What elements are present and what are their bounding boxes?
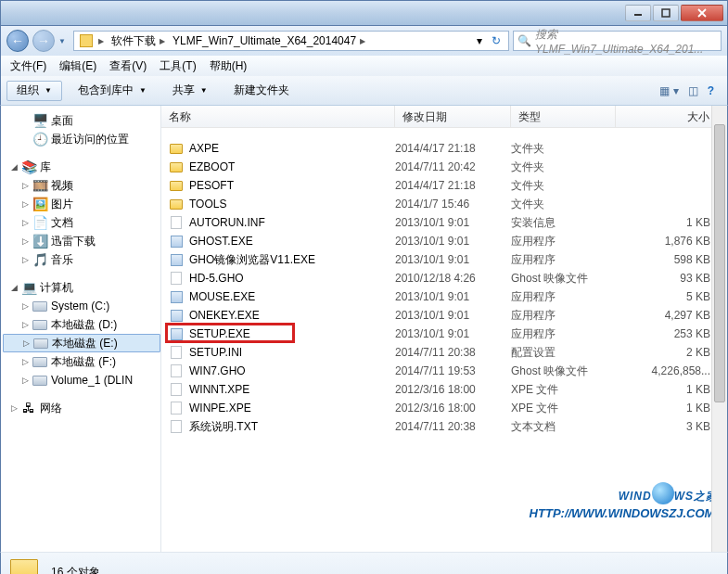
tree-drive-c[interactable]: ▷System (C:) <box>3 297 160 315</box>
file-row[interactable]: GHO镜像浏览器V11.EXE2013/10/1 9:01应用程序598 KB <box>161 250 727 269</box>
file-row[interactable]: PESOFT2014/4/17 21:18文件夹 <box>161 176 727 195</box>
file-type: 文件夹 <box>511 141 616 157</box>
tree-music[interactable]: ▷🎵音乐 <box>3 250 160 269</box>
file-type: XPE 文件 <box>511 382 616 398</box>
menu-edit[interactable]: 编辑(E) <box>54 57 102 76</box>
file-list[interactable]: 名称 修改日期 类型 大小 AXPE2014/4/17 21:18文件夹EZBO… <box>161 106 727 552</box>
recent-icon: 🕘 <box>32 132 47 147</box>
tree-recent[interactable]: 🕘最近访问的位置 <box>3 130 160 148</box>
organize-button[interactable]: 组织▼ <box>6 81 62 101</box>
file-row[interactable]: MOUSE.EXE2013/10/1 9:01应用程序5 KB <box>161 287 727 306</box>
file-row[interactable]: TOOLS2014/1/7 15:46文件夹 <box>161 195 727 213</box>
file-row[interactable]: AUTORUN.INF2013/10/1 9:01安装信息1 KB <box>161 213 727 232</box>
include-in-library-button[interactable]: 包含到库中▼ <box>68 81 157 101</box>
exe-icon <box>169 234 184 249</box>
menu-bar: 文件(F) 编辑(E) 查看(V) 工具(T) 帮助(H) <box>0 56 728 76</box>
file-name: 系统说明.TXT <box>189 419 258 435</box>
file-date: 2014/7/11 20:38 <box>395 346 511 359</box>
file-name: MOUSE.EXE <box>189 290 255 303</box>
file-size: 1 KB <box>616 216 727 229</box>
tree-drive-d[interactable]: ▷本地磁盘 (D:) <box>3 315 160 334</box>
file-date: 2012/3/16 18:00 <box>395 402 511 415</box>
file-size: 1 KB <box>616 402 727 415</box>
menu-view[interactable]: 查看(V) <box>104 57 152 76</box>
search-input[interactable]: 🔍 搜索 YLMF_Win7_Ultimate_X64_201... <box>513 31 722 51</box>
new-folder-button[interactable]: 新建文件夹 <box>224 81 300 101</box>
column-date[interactable]: 修改日期 <box>395 106 511 127</box>
column-type[interactable]: 类型 <box>511 106 616 127</box>
file-row[interactable]: 系统说明.TXT2014/7/11 20:38文本文档3 KB <box>161 417 727 436</box>
title-bar <box>0 0 728 26</box>
menu-tools[interactable]: 工具(T) <box>154 57 201 76</box>
column-name[interactable]: 名称 <box>161 106 395 127</box>
file-name: WIN7.GHO <box>189 364 246 377</box>
file-row[interactable]: ONEKEY.EXE2013/10/1 9:01应用程序4,297 KB <box>161 306 727 325</box>
breadcrumb-segment[interactable]: YLMF_Win7_Ultimate_X64_2014047▶ <box>169 32 369 50</box>
file-size: 93 KB <box>616 272 727 285</box>
tree-pictures[interactable]: ▷🖼️图片 <box>3 195 160 213</box>
menu-file[interactable]: 文件(F) <box>5 57 52 76</box>
vertical-scrollbar[interactable] <box>711 106 727 552</box>
file-date: 2014/7/11 20:42 <box>395 160 511 173</box>
file-row[interactable]: WINPE.XPE2012/3/16 18:00XPE 文件1 KB <box>161 399 727 417</box>
tree-drive-volume1[interactable]: ▷Volume_1 (DLIN <box>3 371 160 389</box>
nav-history-dropdown[interactable]: ▼ <box>58 37 70 45</box>
column-size[interactable]: 大小 <box>616 106 727 127</box>
breadcrumb-bar[interactable]: ▶ 软件下载▶ YLMF_Win7_Ultimate_X64_2014047▶ … <box>73 31 509 51</box>
file-date: 2013/10/1 9:01 <box>395 309 511 322</box>
scrollbar-thumb[interactable] <box>714 124 725 402</box>
folder-icon <box>80 34 93 47</box>
watermark: WINDWS之家 HTTP://WWW.WINDOWSZJ.COM/ <box>530 477 718 520</box>
file-type: 文本文档 <box>511 419 616 435</box>
drive-icon <box>33 336 48 351</box>
path-dropdown-icon[interactable]: ▾ <box>473 34 486 47</box>
refresh-button[interactable]: ↻ <box>486 34 506 47</box>
nav-forward-button[interactable]: → <box>32 30 55 52</box>
navigation-pane[interactable]: 🖥️桌面 🕘最近访问的位置 ◢📚库 ▷🎞️视频 ▷🖼️图片 ▷📄文档 ▷⬇️迅雷… <box>1 106 161 552</box>
change-view-button[interactable]: ▦ ▾ <box>659 84 678 97</box>
close-button[interactable] <box>681 5 723 21</box>
nav-back-button[interactable]: ← <box>6 30 29 52</box>
tree-thunder[interactable]: ▷⬇️迅雷下载 <box>3 232 160 250</box>
file-date: 2014/7/11 20:38 <box>395 420 511 433</box>
file-type: 文件夹 <box>511 197 616 212</box>
file-row[interactable]: SETUP.EXE2013/10/1 9:01应用程序253 KB <box>161 325 727 343</box>
file-row[interactable]: HD-5.GHO2010/12/18 4:26Ghost 映像文件93 KB <box>161 269 727 287</box>
file-type: 文件夹 <box>511 178 616 194</box>
file-row[interactable]: SETUP.INI2014/7/11 20:38配置设置2 KB <box>161 343 727 362</box>
tree-videos[interactable]: ▷🎞️视频 <box>3 176 160 195</box>
file-row[interactable]: EZBOOT2014/7/11 20:42文件夹 <box>161 158 727 176</box>
file-name: SETUP.INI <box>189 346 242 359</box>
file-name: PESOFT <box>189 179 234 192</box>
maximize-button[interactable] <box>653 5 679 21</box>
file-name: EZBOOT <box>189 160 235 173</box>
breadcrumb-segment[interactable]: 软件下载▶ <box>108 32 169 50</box>
file-row[interactable]: GHOST.EXE2013/10/1 9:01应用程序1,876 KB <box>161 232 727 250</box>
file-icon <box>169 382 184 397</box>
exe-icon <box>169 252 184 267</box>
folder-icon <box>169 178 184 193</box>
file-name: ONEKEY.EXE <box>189 309 260 322</box>
tree-desktop[interactable]: 🖥️桌面 <box>3 111 160 130</box>
tree-drive-f[interactable]: ▷本地磁盘 (F:) <box>3 352 160 371</box>
tree-libraries[interactable]: ◢📚库 <box>3 158 160 176</box>
file-size: 4,297 KB <box>616 309 727 322</box>
column-headers[interactable]: 名称 修改日期 类型 大小 <box>161 106 727 128</box>
file-name: GHOST.EXE <box>189 235 253 248</box>
tree-computer[interactable]: ◢💻计算机 <box>3 278 160 297</box>
share-button[interactable]: 共享▼ <box>162 81 218 101</box>
tree-network[interactable]: ▷🖧网络 <box>3 399 160 417</box>
preview-pane-button[interactable]: ◫ <box>688 84 698 97</box>
file-row[interactable]: WIN7.GHO2014/7/11 19:53Ghost 映像文件4,226,8… <box>161 362 727 380</box>
documents-icon: 📄 <box>32 215 47 230</box>
file-type: 应用程序 <box>511 308 616 324</box>
help-button[interactable]: ? <box>708 84 714 97</box>
minimize-button[interactable] <box>625 5 651 21</box>
tree-drive-e[interactable]: ▷本地磁盘 (E:) <box>3 334 160 352</box>
tree-documents[interactable]: ▷📄文档 <box>3 213 160 232</box>
menu-help[interactable]: 帮助(H) <box>204 57 253 76</box>
file-date: 2014/4/17 21:18 <box>395 179 511 192</box>
file-type: 应用程序 <box>511 289 616 305</box>
file-row[interactable]: WINNT.XPE2012/3/16 18:00XPE 文件1 KB <box>161 380 727 399</box>
file-row[interactable]: AXPE2014/4/17 21:18文件夹 <box>161 139 727 158</box>
